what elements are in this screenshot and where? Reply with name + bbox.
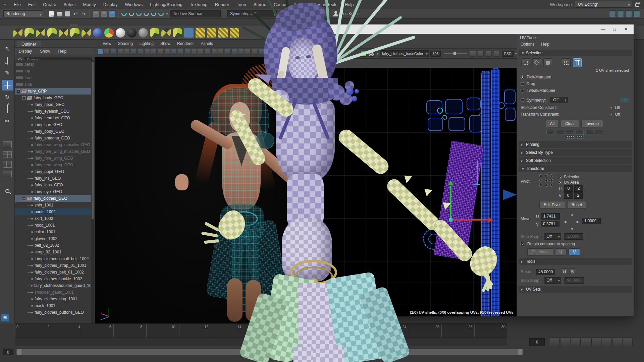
viewport-toolbar-icon[interactable] (117, 49, 123, 55)
image-display-icon[interactable] (361, 51, 367, 57)
outliner-row[interactable]: − fairy_clothes_strap_01_1001 (15, 262, 91, 269)
shelf-tool-icon[interactable] (116, 28, 125, 38)
move-direction-pad[interactable]: ▲ ◀ ▶ ▼ (562, 213, 582, 231)
open-scene-icon[interactable] (57, 12, 62, 16)
outliner-row[interactable]: − fairy_rear_wing_GEO (15, 162, 91, 168)
save-scene-icon[interactable] (65, 11, 70, 16)
outliner-row[interactable]: − fairy_fore_wing_GEO (15, 155, 91, 162)
shelf-tab[interactable] (62, 24, 70, 26)
outliner-row[interactable]: − front (15, 74, 91, 81)
viewport-toolbar-icon[interactable] (138, 49, 143, 55)
uv-shell[interactable] (469, 115, 482, 132)
pivot-selection-radio[interactable] (559, 176, 562, 179)
move-v-field[interactable]: 0.3781 (541, 221, 559, 227)
single-pane-layout-button[interactable] (3, 141, 12, 148)
outliner-scrollbar[interactable] (91, 60, 94, 323)
move-right-button[interactable]: ▶ (577, 220, 579, 224)
current-frame-field[interactable]: 0 (529, 338, 545, 346)
outliner-row[interactable]: − strap_02_1001 (15, 249, 91, 255)
pivot-v2-field[interactable]: 2 (574, 192, 583, 199)
uv-shell[interactable] (467, 98, 481, 110)
toggle-modeling-toolkit-icon[interactable] (609, 10, 616, 17)
pivot-u1-field[interactable]: 0 (564, 185, 573, 192)
menubar-item[interactable]: Select (60, 0, 79, 9)
lasso-tool-icon[interactable] (2, 56, 13, 66)
outliner-row[interactable]: − hood_1001 (15, 222, 91, 229)
radio-tweak-marquee[interactable] (521, 89, 524, 93)
section-transform[interactable]: ▼Transform (519, 165, 632, 172)
outliner-row[interactable]: − fairy_fore_wing_muscles_GEO (15, 148, 91, 155)
pivot-position-grid[interactable] (539, 174, 555, 188)
uv-shell[interactable] (491, 68, 499, 316)
menubar-item[interactable]: Stereo (250, 0, 270, 9)
paint-select-tool-icon[interactable]: ✎ (2, 68, 13, 78)
symmetry-dropdown[interactable]: Off▾ (550, 97, 568, 103)
psd-button[interactable]: PSD (502, 51, 514, 57)
shelf-tab[interactable] (20, 24, 28, 26)
shelf-tab[interactable] (11, 24, 20, 26)
shelf-tool-icon[interactable] (230, 28, 239, 38)
shelf-tab[interactable] (78, 24, 87, 26)
shelf-tab[interactable] (120, 24, 129, 26)
move-u-field[interactable]: 1.7431 (541, 213, 560, 220)
outliner-row[interactable]: − fairy_clothes_small_belt_1002 (15, 255, 91, 262)
convert-selection-icon[interactable] (585, 130, 593, 134)
shelf-tool-icon[interactable] (218, 28, 228, 38)
reset-pivot-button[interactable]: Reset (567, 201, 586, 208)
outliner-row[interactable]: − belt_02_1002 (15, 242, 91, 249)
viewport-toolbar-icon[interactable] (252, 49, 257, 55)
outliner-row[interactable]: − persp (15, 61, 91, 68)
convert-selection-icon[interactable] (576, 130, 584, 134)
time-slider[interactable]: 024681012141618202224262830 (15, 323, 507, 338)
shelf-tool-icon[interactable] (36, 28, 45, 38)
selection-constraint-value[interactable]: Off (615, 105, 620, 110)
menubar-item[interactable]: File (10, 0, 24, 9)
move-tool-icon[interactable] (2, 80, 13, 90)
select-object-icon[interactable]: ⬚ (101, 10, 107, 17)
uv-shell[interactable] (481, 71, 490, 316)
render-current-frame-icon[interactable] (284, 11, 289, 17)
menubar-item[interactable]: Modify (79, 0, 100, 9)
texture-dropdown[interactable]: fairy_clothes_baseColor▾ (380, 50, 429, 57)
menubar-item[interactable]: Windows (121, 0, 146, 9)
scale-tool-icon[interactable] (2, 104, 13, 115)
range-slider[interactable] (16, 349, 523, 355)
pivot-v1-field[interactable]: 0 (564, 192, 573, 199)
ipr-render-icon[interactable] (291, 11, 297, 17)
fairy-wireframe-render[interactable] (142, 64, 301, 323)
shelf-tab[interactable] (87, 24, 95, 26)
undo-icon[interactable]: ↩ (72, 10, 79, 17)
chevron-down-icon[interactable]: ▾ (377, 51, 379, 56)
menubar-item[interactable]: Bonus Tools (310, 0, 341, 9)
viewport-toolbar-icon[interactable] (97, 49, 103, 55)
menubar-item[interactable]: Texturing (186, 0, 211, 9)
viewport-toolbar-icon[interactable] (245, 49, 251, 55)
shelf-tool-icon[interactable] (207, 28, 216, 38)
outliner-row[interactable]: − fairy_tearduct_GEO (15, 115, 91, 121)
outliner-row[interactable]: − fairy_antenna_GEO (15, 135, 91, 141)
transport-button[interactable] (612, 338, 622, 346)
shelf-tab[interactable] (129, 24, 137, 26)
select-component-icon[interactable]: ⬚ (109, 10, 115, 17)
workspace-dropdown[interactable]: UV Editing*▾ (575, 1, 632, 8)
window-titlebar[interactable]: M — □ ✕ (302, 24, 634, 34)
transport-button[interactable] (550, 338, 560, 346)
menubar-item[interactable]: Edit (24, 0, 39, 9)
viewport-toolbar-icon[interactable] (158, 49, 163, 55)
distribute-v-button[interactable]: V (569, 248, 580, 256)
shelf-tool-icon[interactable] (150, 28, 159, 38)
uv-canvas[interactable]: ✂ (1/0) UV shells, (0/0) overlapping UVs… (302, 68, 517, 316)
shelf-tool-icon[interactable] (13, 28, 22, 38)
new-scene-icon[interactable] (49, 11, 54, 17)
range-start-field[interactable]: 0 (3, 349, 13, 355)
select-vertex-icon[interactable] (521, 58, 530, 67)
section-pinning[interactable]: ▸Pinning (519, 141, 632, 148)
viewport-toolbar-icon[interactable] (265, 49, 271, 55)
viewport-menu-item[interactable]: Lighting (136, 40, 157, 47)
outliner-row[interactable]: − gloves_1002 (15, 235, 91, 242)
rotate-step-snap-dropdown[interactable]: Off▾ (544, 277, 561, 284)
viewport-toolbar-icon[interactable] (191, 49, 197, 55)
toggle-attribute-editor-icon[interactable] (617, 10, 624, 17)
convert-selection-icon[interactable] (595, 130, 603, 134)
section-tools[interactable]: ▸Tools (519, 258, 632, 265)
